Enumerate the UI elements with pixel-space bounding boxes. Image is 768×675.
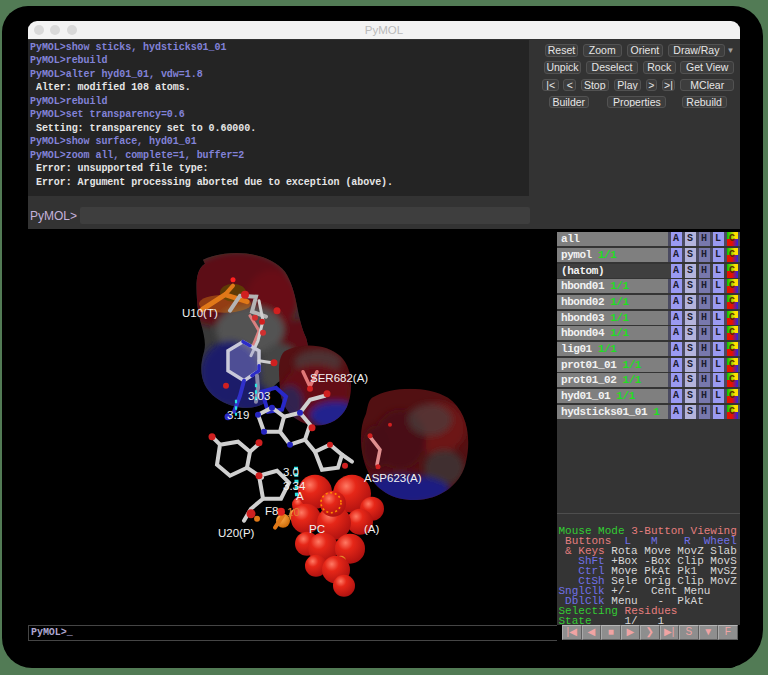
svg-text:(A): (A) — [364, 523, 380, 535]
svg-text:3.19: 3.19 — [227, 409, 249, 421]
svg-text:10: 10 — [287, 506, 300, 518]
svg-text:3.0: 3.0 — [283, 466, 299, 478]
svg-text:ASP623(A): ASP623(A) — [364, 472, 422, 484]
svg-text:U10(T): U10(T) — [182, 307, 218, 319]
svg-text:U20(P): U20(P) — [218, 527, 255, 539]
svg-text:A: A — [296, 490, 304, 502]
svg-text:SER682(A): SER682(A) — [310, 372, 368, 384]
svg-text:3.03: 3.03 — [248, 390, 270, 402]
svg-text:F8: F8 — [265, 505, 278, 517]
svg-text:PC: PC — [309, 523, 325, 535]
